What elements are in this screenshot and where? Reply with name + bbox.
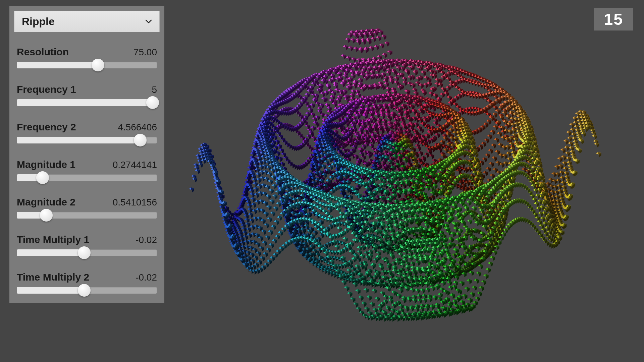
slider-label: Time Multiply 2	[17, 272, 89, 283]
slider-thumb[interactable]	[78, 246, 91, 259]
viewport-3d[interactable]	[174, 0, 644, 362]
slider-label: Time Multiply 1	[17, 234, 89, 245]
slider-value: -0.02	[136, 272, 157, 283]
slider-row: Resolution75.00	[14, 46, 160, 70]
slider-row: Time Multiply 2-0.02	[14, 272, 160, 295]
slider-thumb[interactable]	[36, 171, 49, 184]
slider[interactable]	[17, 248, 157, 257]
slider[interactable]	[17, 286, 157, 295]
slider-row: Frequency 24.566406	[14, 121, 160, 145]
settings-panel: Ripple Resolution75.00Frequency 15Freque…	[9, 6, 164, 303]
slider-row: Magnitude 10.2744141	[14, 159, 160, 182]
slider-row: Frequency 15	[14, 84, 160, 107]
slider-thumb[interactable]	[78, 284, 91, 297]
slider[interactable]	[17, 210, 157, 220]
slider-value: 5	[152, 84, 157, 95]
slider-value: 0.2744141	[113, 160, 157, 170]
slider[interactable]	[17, 60, 157, 70]
slider-label: Resolution	[17, 46, 69, 58]
slider-value: 75.00	[133, 47, 157, 58]
slider-label: Magnitude 1	[17, 159, 75, 170]
slider-label: Frequency 2	[17, 121, 76, 133]
slider-label: Frequency 1	[17, 84, 76, 95]
slider-value: 0.5410156	[113, 197, 157, 208]
slider-label: Magnitude 2	[17, 196, 75, 208]
function-dropdown[interactable]: Ripple	[14, 11, 160, 32]
chevron-down-icon	[145, 19, 152, 24]
slider[interactable]	[17, 98, 157, 107]
function-dropdown-label: Ripple	[22, 15, 55, 28]
slider-thumb[interactable]	[40, 209, 53, 222]
slider-thumb[interactable]	[92, 59, 104, 71]
slider-value: -0.02	[136, 235, 157, 245]
slider-value: 4.566406	[118, 122, 157, 133]
slider-row: Magnitude 20.5410156	[14, 196, 160, 220]
slider[interactable]	[17, 173, 157, 182]
slider-row: Time Multiply 1-0.02	[14, 234, 160, 257]
slider-thumb[interactable]	[146, 96, 159, 109]
slider-thumb[interactable]	[134, 134, 147, 146]
slider[interactable]	[17, 135, 157, 145]
